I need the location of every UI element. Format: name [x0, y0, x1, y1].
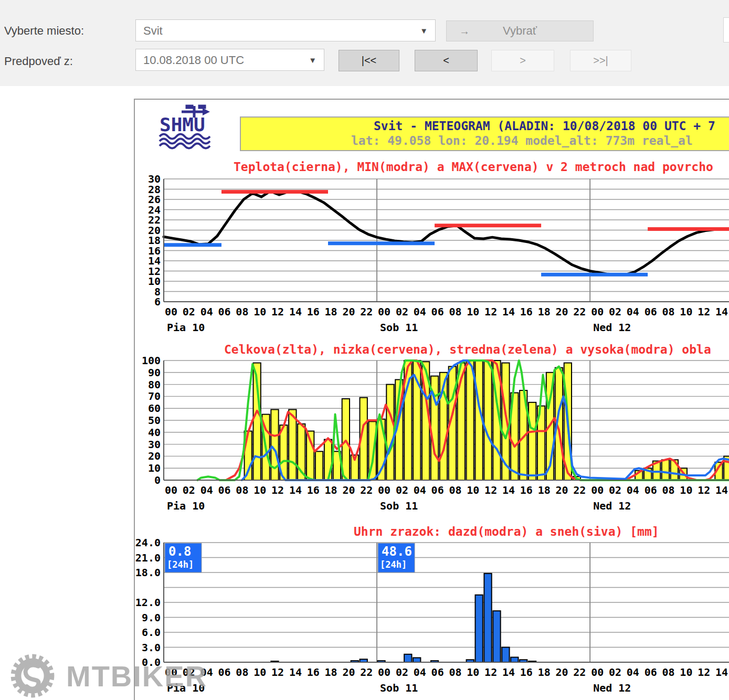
svg-text:20: 20	[555, 305, 568, 318]
svg-text:04: 04	[627, 666, 639, 678]
watermark-label: MTBIKER	[66, 659, 207, 693]
svg-text:50: 50	[148, 414, 161, 427]
svg-text:12: 12	[271, 305, 284, 318]
svg-text:16: 16	[520, 666, 533, 678]
svg-text:06: 06	[218, 666, 231, 678]
meteogram-image: SHMU Svit - METEOGRAM (ALADIN: 10/08/201…	[134, 99, 729, 700]
forecast-form: Vyberte miesto: Svit ▼ → Vybrať Predpove…	[0, 0, 729, 86]
forecast-select[interactable]: 10.08.2018 00 UTC ▼	[135, 49, 324, 71]
svg-text:70: 70	[148, 390, 161, 402]
svg-text:14: 14	[502, 666, 515, 678]
svg-text:02: 02	[609, 305, 621, 318]
svg-text:08: 08	[449, 666, 461, 678]
svg-text:12: 12	[271, 484, 284, 496]
shmu-logo-text: SHMU	[160, 114, 205, 135]
svg-text:16: 16	[307, 666, 320, 678]
svg-text:12: 12	[484, 305, 497, 318]
svg-text:Pia 10: Pia 10	[167, 321, 205, 334]
svg-text:12: 12	[484, 484, 497, 496]
svg-text:100: 100	[142, 354, 161, 367]
svg-text:02: 02	[609, 666, 621, 678]
svg-text:10: 10	[253, 305, 266, 318]
svg-text:22: 22	[573, 484, 586, 496]
svg-text:18: 18	[538, 666, 551, 678]
temperature-chart: Teplota(cierna), MIN(modra) a MAX(cerven…	[135, 158, 729, 340]
svg-text:02: 02	[396, 666, 408, 678]
place-select[interactable]: Svit ▼	[135, 19, 436, 41]
svg-text:00: 00	[591, 484, 604, 496]
precipitation-chart: Uhrn zrazok: dazd(modra) a sneh(siva) [m…	[135, 523, 729, 698]
svg-text:12: 12	[698, 666, 710, 678]
svg-text:10: 10	[253, 666, 266, 678]
svg-text:04: 04	[414, 666, 426, 678]
svg-text:02: 02	[183, 305, 195, 318]
svg-text:12: 12	[698, 305, 710, 318]
svg-text:18: 18	[325, 484, 337, 496]
svg-text:10: 10	[680, 666, 692, 678]
svg-text:Sob 11: Sob 11	[380, 321, 418, 334]
svg-text:18: 18	[538, 484, 551, 496]
svg-text:24.0: 24.0	[135, 536, 161, 549]
svg-text:20: 20	[148, 450, 161, 462]
chevron-down-icon: ▼	[420, 20, 428, 42]
svg-text:00: 00	[165, 305, 177, 318]
forecast-label: Predpoveď z:	[4, 55, 73, 68]
svg-text:02: 02	[183, 484, 195, 496]
svg-text:0: 0	[154, 474, 161, 486]
svg-text:6: 6	[154, 295, 161, 308]
svg-text:20: 20	[342, 666, 355, 678]
svg-text:16: 16	[520, 484, 533, 496]
select-place-button[interactable]: → Vybrať	[446, 20, 594, 41]
svg-text:21.0: 21.0	[135, 551, 161, 564]
svg-text:12.0: 12.0	[135, 596, 161, 609]
svg-text:14: 14	[715, 666, 728, 678]
mtbiker-watermark: MTBIKER	[6, 652, 207, 700]
svg-text:04: 04	[414, 305, 426, 318]
svg-text:[24h]: [24h]	[380, 559, 407, 570]
gear-icon	[6, 652, 59, 700]
svg-text:10: 10	[467, 484, 479, 496]
svg-text:06: 06	[218, 484, 231, 496]
svg-text:Pia 10: Pia 10	[167, 500, 205, 512]
svg-text:16: 16	[307, 305, 320, 318]
svg-text:00: 00	[165, 484, 177, 496]
svg-text:22: 22	[573, 305, 586, 318]
cutoff-input[interactable]	[723, 17, 729, 43]
svg-text:06: 06	[218, 305, 231, 318]
nav-next-button[interactable]: >	[491, 50, 554, 71]
svg-text:10: 10	[467, 305, 479, 318]
nav-prev-button[interactable]: <	[415, 50, 478, 71]
cloudiness-chart: Celkova(zlta), nizka(cervena), stredna(z…	[135, 340, 729, 518]
svg-text:00: 00	[591, 305, 604, 318]
svg-text:00: 00	[378, 666, 390, 678]
nav-first-button[interactable]: |<<	[339, 50, 399, 71]
svg-text:14: 14	[289, 484, 302, 496]
svg-text:10: 10	[148, 462, 161, 474]
svg-text:18: 18	[325, 666, 337, 678]
svg-text:06: 06	[645, 666, 657, 678]
svg-text:16: 16	[520, 305, 533, 318]
svg-text:04: 04	[200, 484, 213, 496]
svg-text:02: 02	[396, 305, 408, 318]
svg-text:08: 08	[449, 305, 461, 318]
svg-text:Sob 11: Sob 11	[380, 500, 418, 512]
svg-text:6.0: 6.0	[142, 626, 161, 639]
svg-text:22: 22	[360, 305, 373, 318]
nav-last-button[interactable]: >>|	[570, 50, 631, 71]
svg-text:12: 12	[484, 666, 497, 678]
svg-text:06: 06	[431, 484, 444, 496]
svg-text:14: 14	[715, 305, 728, 318]
svg-text:Ned 12: Ned 12	[593, 682, 631, 694]
place-select-value: Svit	[143, 24, 163, 37]
svg-text:06: 06	[645, 484, 657, 496]
place-label: Vyberte miesto:	[4, 24, 84, 38]
svg-text:90: 90	[148, 366, 161, 379]
svg-text:10: 10	[680, 305, 692, 318]
svg-text:9.0: 9.0	[142, 611, 161, 624]
svg-text:Ned 12: Ned 12	[593, 321, 631, 334]
svg-text:Ned 12: Ned 12	[593, 500, 631, 512]
svg-text:12: 12	[271, 666, 284, 678]
forecast-select-value: 10.08.2018 00 UTC	[143, 54, 244, 67]
svg-text:22: 22	[573, 666, 586, 678]
svg-text:08: 08	[236, 666, 248, 678]
